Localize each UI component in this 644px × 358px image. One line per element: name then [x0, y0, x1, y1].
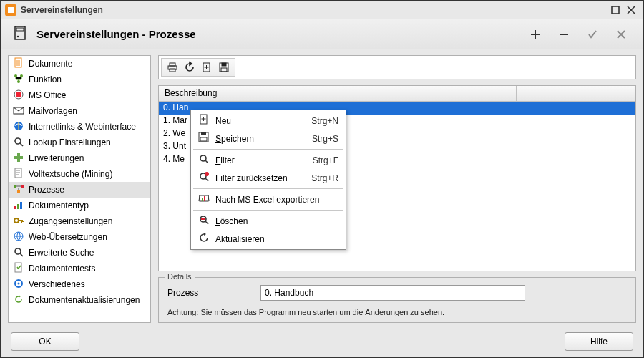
menu-item-label: Aktualisieren — [215, 234, 338, 244]
svg-rect-15 — [21, 185, 24, 188]
ok-button[interactable]: OK — [11, 332, 79, 351]
context-menu[interactable]: NeuStrg+NSpeichernStrg+SFilterStrg+FFilt… — [190, 110, 346, 250]
sidebar-item-web-bersetzungen[interactable]: Web-Übersetzungen — [9, 229, 150, 245]
update-icon — [13, 294, 24, 307]
svg-rect-0 — [612, 6, 619, 14]
new-doc-button[interactable] — [199, 59, 215, 75]
sidebar-item-dokumententyp[interactable]: Dokumententyp — [9, 198, 150, 213]
sidebar-item-label: Erweiterungen — [29, 153, 84, 163]
sidebar-item-dokumente[interactable]: Dokumente — [9, 56, 150, 72]
menu-item-label: Filter — [215, 155, 307, 165]
sidebar-item-erweiterte-suche[interactable]: Erweiterte Suche — [9, 245, 150, 261]
sidebar-item-label: Dokumentenaktualisierungen — [29, 295, 140, 305]
search-icon — [13, 246, 24, 260]
svg-point-39 — [205, 172, 209, 176]
sidebar-item-label: Erweiterte Suche — [29, 248, 94, 258]
maximize-button[interactable] — [608, 4, 623, 16]
sidebar-item-ms-office[interactable]: MS Office — [9, 87, 150, 103]
column-header-beschreibung[interactable]: Beschreibung — [159, 86, 517, 101]
svg-rect-16 — [17, 190, 20, 193]
menu-item-label: Speichern — [215, 134, 306, 144]
sidebar-item-erweiterungen[interactable]: Erweiterungen — [9, 150, 150, 166]
filter-icon — [198, 153, 210, 167]
func-icon — [13, 73, 24, 87]
svg-rect-17 — [14, 206, 16, 209]
sidebar-item-funktion[interactable]: Funktion — [9, 72, 150, 87]
print-button[interactable] — [165, 59, 180, 75]
sidebar-item-label: Web-Übersetzungen — [29, 232, 107, 242]
help-button[interactable]: Hilfe — [565, 332, 633, 351]
sidebar-item-prozesse[interactable]: Prozesse — [9, 182, 150, 198]
svg-point-25 — [18, 282, 20, 284]
sidebar-item-label: Dokumententests — [29, 263, 95, 274]
menu-separator — [193, 188, 343, 189]
remove-button[interactable] — [555, 25, 573, 44]
doc-icon — [13, 57, 24, 71]
svg-rect-35 — [201, 132, 206, 135]
refresh-icon — [198, 232, 210, 246]
menu-item-l-schen[interactable]: Löschen — [192, 212, 344, 230]
lookup-icon — [13, 136, 24, 150]
excel-icon — [198, 193, 210, 206]
sidebar-item-zugangseinstellungen[interactable]: Zugangseinstellungen — [9, 213, 150, 229]
app-icon — [5, 4, 16, 16]
add-button[interactable] — [526, 25, 545, 44]
sidebar-item-volltextsuche-mining-[interactable]: Volltextsuche (Mining) — [9, 166, 150, 182]
new-icon — [198, 114, 210, 127]
menu-item-speichern[interactable]: SpeichernStrg+S — [192, 130, 344, 147]
sidebar-item-label: MS Office — [29, 90, 66, 100]
svg-point-12 — [15, 138, 21, 144]
menu-separator — [193, 149, 343, 150]
details-panel: Details Prozess Achtung: Sie müssen das … — [158, 277, 636, 323]
svg-rect-41 — [202, 198, 203, 201]
svg-rect-2 — [16, 28, 24, 31]
sidebar-item-label: Dokumententyp — [29, 200, 89, 211]
proc-icon — [13, 183, 24, 197]
window-title: Servereinstellungen — [21, 5, 608, 15]
sidebar-item-label: Mailvorlagen — [29, 106, 77, 116]
sidebar-item-label: Prozesse — [29, 185, 64, 195]
menu-item-neu[interactable]: NeuStrg+N — [192, 112, 344, 130]
menu-item-label: Löschen — [215, 216, 338, 226]
menu-item-filter-zur-cksetzen[interactable]: Filter zurücksetzenStrg+R — [192, 169, 344, 187]
svg-point-37 — [200, 155, 206, 161]
sidebar-item-label: Volltextsuche (Mining) — [29, 169, 112, 179]
sidebar-item-dokumentenaktualisierungen[interactable]: Dokumentenaktualisierungen — [9, 292, 150, 308]
sidebar-item-label: Dokumente — [29, 59, 72, 69]
toolbar-wrap — [158, 55, 636, 79]
svg-rect-32 — [221, 68, 227, 72]
svg-point-20 — [14, 218, 19, 223]
sidebar[interactable]: DokumenteFunktionMS OfficeMailvorlagenIn… — [8, 55, 151, 323]
sidebar-item-label: Internetlinks & Webinterface — [29, 122, 136, 132]
prozess-input[interactable] — [260, 285, 525, 301]
refresh-button[interactable] — [182, 59, 197, 75]
mine-icon — [13, 168, 24, 181]
close-button[interactable] — [623, 4, 639, 16]
save-button[interactable] — [216, 59, 232, 75]
cancel-button[interactable] — [612, 25, 630, 44]
warning-text: Achtung: Sie müssen das Programm neu sta… — [167, 308, 627, 316]
menu-item-shortcut: Strg+R — [311, 173, 338, 183]
sidebar-item-label: Verschiedenes — [29, 279, 85, 289]
test-icon — [13, 262, 24, 276]
details-legend: Details — [165, 272, 195, 281]
sidebar-item-dokumententests[interactable]: Dokumententests — [9, 261, 150, 276]
menu-item-filter[interactable]: FilterStrg+F — [192, 151, 344, 169]
svg-rect-19 — [20, 202, 22, 209]
sidebar-item-internetlinks-webinterface[interactable]: Internetlinks & Webinterface — [9, 119, 150, 135]
svg-rect-18 — [17, 204, 19, 209]
sidebar-item-mailvorlagen[interactable]: Mailvorlagen — [9, 103, 150, 119]
window: Servereinstellungen Servereinstellungen … — [0, 0, 644, 358]
sidebar-item-lookup-einstellungen[interactable]: Lookup Einstellungen — [9, 135, 150, 150]
save-icon — [198, 132, 210, 145]
sidebar-item-verschiedenes[interactable]: Verschiedenes — [9, 276, 150, 292]
menu-item-label: Neu — [215, 116, 306, 126]
delete-icon — [198, 214, 210, 228]
menu-item-aktualisieren[interactable]: Aktualisieren — [192, 230, 344, 248]
svg-point-5 — [14, 74, 17, 77]
menu-item-shortcut: Strg+N — [311, 116, 338, 126]
menu-item-nach-ms-excel-exportieren[interactable]: Nach MS Excel exportieren — [192, 190, 344, 208]
column-header-empty[interactable] — [517, 86, 635, 101]
mail-icon — [13, 105, 24, 118]
apply-button[interactable] — [583, 25, 602, 44]
